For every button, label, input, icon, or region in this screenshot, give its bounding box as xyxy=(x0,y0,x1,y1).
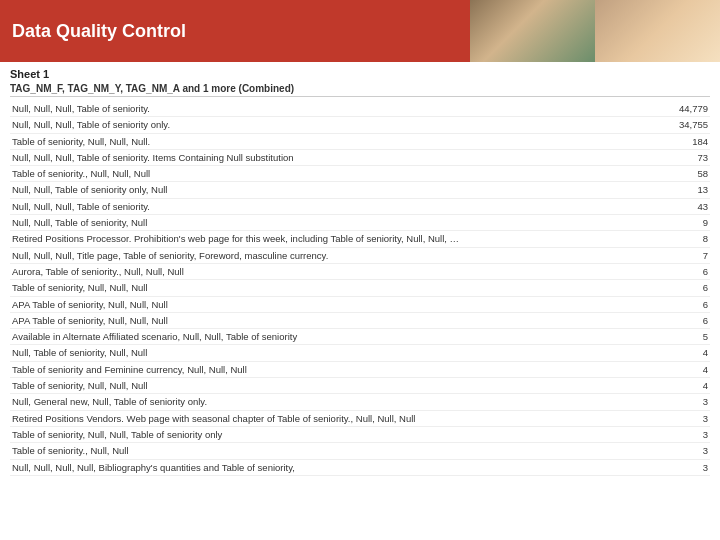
table-row: APA Table of seniority, Null, Null, Null… xyxy=(10,296,710,312)
table-row: Aurora, Table of seniority., Null, Null,… xyxy=(10,263,710,279)
table-row: Table of seniority, Null, Null, Table of… xyxy=(10,426,710,442)
table-row: Null, Null, Null, Table of seniority onl… xyxy=(10,117,710,133)
table-row: APA Table of seniority, Null, Null, Null… xyxy=(10,312,710,328)
header-images xyxy=(470,0,720,62)
section-header: TAG_NM_F, TAG_NM_Y, TAG_NM_A and 1 more … xyxy=(10,83,710,97)
header: Data Quality Control xyxy=(0,0,720,62)
row-description: Null, Null, Null, Title page, Table of s… xyxy=(10,247,655,263)
row-description: Available in Alternate Affiliated scenar… xyxy=(10,329,655,345)
content-area: Sheet 1 TAG_NM_F, TAG_NM_Y, TAG_NM_A and… xyxy=(0,62,720,540)
row-description: Table of seniority, Null, Null, Null. xyxy=(10,133,655,149)
row-count: 6 xyxy=(655,263,710,279)
row-description: Aurora, Table of seniority., Null, Null,… xyxy=(10,263,655,279)
row-count: 73 xyxy=(655,149,710,165)
row-description: Table of seniority and Feminine currency… xyxy=(10,361,655,377)
table-row: Table of seniority, Null, Null, Null 4 xyxy=(10,378,710,394)
row-description: Null, Null, Null, Table of seniority. xyxy=(10,198,655,214)
row-description: Table of seniority., Null, Null, Null xyxy=(10,166,655,182)
row-count: 8 xyxy=(655,231,710,247)
page-title: Data Quality Control xyxy=(12,21,186,42)
row-count: 5 xyxy=(655,329,710,345)
table-row: Null, Table of seniority, Null, Null 4 xyxy=(10,345,710,361)
table-row: Null, Null, Null, Table of seniority. 43 xyxy=(10,198,710,214)
row-count: 3 xyxy=(655,410,710,426)
table-row: Table of seniority., Null, Null, Null 58 xyxy=(10,166,710,182)
row-count: 3 xyxy=(655,394,710,410)
row-description: Table of seniority, Null, Null, Null xyxy=(10,280,655,296)
row-count: 6 xyxy=(655,280,710,296)
row-count: 4 xyxy=(655,345,710,361)
row-description: APA Table of seniority, Null, Null, Null xyxy=(10,312,655,328)
row-description: Null, Null, Table of seniority, Null xyxy=(10,215,655,231)
table-row: Null, Null, Table of seniority only, Nul… xyxy=(10,182,710,198)
table-row: Null, Null, Table of seniority, Null 9 xyxy=(10,215,710,231)
data-table: Null, Null, Null, Table of seniority. 44… xyxy=(10,101,710,476)
table-row: Table of seniority and Feminine currency… xyxy=(10,361,710,377)
row-description: Table of seniority, Null, Null, Table of… xyxy=(10,426,655,442)
row-count: 6 xyxy=(655,312,710,328)
table-row: Null, Null, Null, Table of seniority. 44… xyxy=(10,101,710,117)
row-description: Null, Null, Null, Table of seniority. It… xyxy=(10,149,655,165)
table-row: Null, Null, Null, Title page, Table of s… xyxy=(10,247,710,263)
row-count: 184 xyxy=(655,133,710,149)
row-count: 4 xyxy=(655,378,710,394)
row-count: 4 xyxy=(655,361,710,377)
row-count: 3 xyxy=(655,426,710,442)
table-row: Table of seniority, Null, Null, Null. 18… xyxy=(10,133,710,149)
row-count: 58 xyxy=(655,166,710,182)
row-count: 3 xyxy=(655,459,710,475)
row-description: Null, Null, Table of seniority only, Nul… xyxy=(10,182,655,198)
header-image-library xyxy=(470,0,595,62)
row-description: Retired Positions Processor. Prohibition… xyxy=(10,231,655,247)
row-description: Null, Null, Null, Table of seniority onl… xyxy=(10,117,655,133)
table-row: Table of seniority., Null, Null 3 xyxy=(10,443,710,459)
table-row: Null, Null, Null, Table of seniority. It… xyxy=(10,149,710,165)
row-description: Null, Null, Null, Null, Bibliography's q… xyxy=(10,459,655,475)
row-count: 44,779 xyxy=(655,101,710,117)
row-count: 43 xyxy=(655,198,710,214)
header-image-people xyxy=(595,0,720,62)
row-count: 13 xyxy=(655,182,710,198)
table-row: Null, General new, Null, Table of senior… xyxy=(10,394,710,410)
table-row: Available in Alternate Affiliated scenar… xyxy=(10,329,710,345)
row-count: 9 xyxy=(655,215,710,231)
sheet-label: Sheet 1 xyxy=(10,68,710,80)
row-count: 3 xyxy=(655,443,710,459)
row-description: Table of seniority, Null, Null, Null xyxy=(10,378,655,394)
row-description: Null, General new, Null, Table of senior… xyxy=(10,394,655,410)
table-row: Table of seniority, Null, Null, Null 6 xyxy=(10,280,710,296)
table-row: Retired Positions Vendors. Web page with… xyxy=(10,410,710,426)
row-count: 6 xyxy=(655,296,710,312)
row-count: 7 xyxy=(655,247,710,263)
row-description: Null, Null, Null, Table of seniority. xyxy=(10,101,655,117)
table-row: Null, Null, Null, Null, Bibliography's q… xyxy=(10,459,710,475)
table-row: Retired Positions Processor. Prohibition… xyxy=(10,231,710,247)
row-description: APA Table of seniority, Null, Null, Null xyxy=(10,296,655,312)
row-description: Retired Positions Vendors. Web page with… xyxy=(10,410,655,426)
row-count: 34,755 xyxy=(655,117,710,133)
row-description: Table of seniority., Null, Null xyxy=(10,443,655,459)
header-title-area: Data Quality Control xyxy=(0,0,470,62)
row-description: Null, Table of seniority, Null, Null xyxy=(10,345,655,361)
